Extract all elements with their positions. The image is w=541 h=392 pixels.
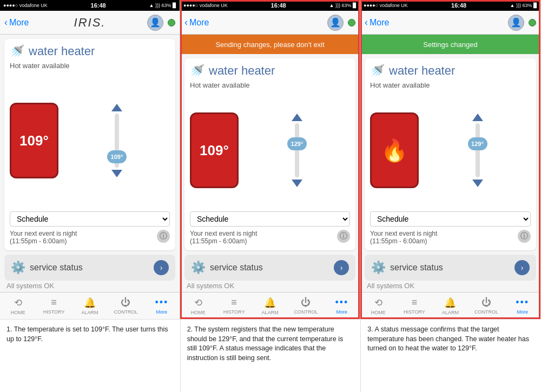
tab-home[interactable]: ⟲ HOME [0,293,36,319]
tab-icon-alarm: 🔔 [84,297,96,309]
slider-thumb[interactable]: 129° [287,137,307,150]
temp-down-arrow[interactable] [292,180,302,187]
back-button[interactable]: ‹ More [365,17,389,28]
service-status-sub: All systems OK [365,282,536,290]
temperature-slider[interactable]: 129° [244,114,350,187]
service-status-label: service status [210,263,329,273]
carrier-text: ●●●●○ vodafone UK [183,3,228,8]
screens-container: ●●●●○ vodafone UK 16:48 ▲ ))) 63% ▉ ‹ Mo… [0,0,541,319]
tab-label-more: More [156,309,168,315]
info-button[interactable]: ⓘ [518,230,531,243]
avatar[interactable]: 👤 [508,15,524,31]
carrier-text: ●●●●○ vodafone UK [364,3,408,8]
tab-control[interactable]: ⏻ CONTROL [288,293,324,319]
tab-icon-more: ••• [516,297,529,308]
next-event: Your next event is night(11:55pm - 6:00a… [190,230,350,245]
service-status-section: ⚙️ service status › All systems OK [180,255,360,292]
tab-bar: ⟲ HOME ≡ HISTORY 🔔 ALARM ⏻ CONTROL ••• M… [0,292,180,319]
heater-tank: 109° [10,103,58,178]
info-button[interactable]: ⓘ [337,230,350,243]
status-banner: Sending changes, please don't exit [180,35,360,54]
avatar[interactable]: 👤 [327,15,344,31]
faucet-icon: 🚿 [370,64,385,78]
current-temp: 109° [200,142,229,159]
service-status-chevron[interactable]: › [154,260,169,275]
tab-icon-control: ⏻ [301,297,311,308]
device-status: Hot water available [370,81,531,89]
battery-text: ▲ ))) 63% ▉ [329,3,357,8]
service-status-section: ⚙️ service status › All systems OK [360,255,540,292]
tab-label-more: More [337,309,348,315]
tab-more[interactable]: ••• More [324,293,360,319]
temperature-slider[interactable]: 129° [424,114,531,187]
next-event-text: Your next event is night(11:55pm - 6:00a… [10,230,155,245]
temp-up-arrow[interactable] [292,114,302,121]
tab-label-history: HISTORY [43,309,65,315]
back-label: More [189,18,209,28]
schedule-row: Schedule [190,211,350,227]
back-label: More [370,18,389,28]
nav-icons: 👤 [147,15,175,31]
slider-track: 109° [115,114,119,168]
slider-thumb[interactable]: 109° [107,150,127,163]
tab-alarm[interactable]: 🔔 ALARM [252,293,288,319]
next-event-text: Your next event is night(11:55pm - 6:00a… [370,230,516,245]
tab-label-alarm: ALARM [82,310,98,315]
tab-home[interactable]: ⟲ HOME [360,293,397,319]
tab-icon-control: ⏻ [121,297,130,308]
tab-more[interactable]: ••• More [504,293,540,319]
heater-tank: 109° [190,112,239,188]
tab-icon-alarm: 🔔 [264,297,276,309]
avatar[interactable]: 👤 [147,15,163,31]
tab-label-history: HISTORY [404,309,425,315]
tab-more[interactable]: ••• More [144,293,180,319]
info-button[interactable]: ⓘ [157,230,170,243]
temp-up-arrow[interactable] [472,114,483,121]
device-title: water heater [389,64,455,78]
tab-history[interactable]: ≡ HISTORY [397,293,433,319]
tab-history[interactable]: ≡ HISTORY [216,293,252,319]
service-status-label: service status [30,263,149,273]
tab-icon-more: ••• [155,297,168,308]
slider-thumb[interactable]: 129° [468,137,487,150]
tab-label-history: HISTORY [223,309,245,315]
status-bar: ●●●●○ vodafone UK 16:48 ▲ ))) 63% ▉ [0,0,180,11]
schedule-select[interactable]: Schedule [370,211,531,227]
status-bar: ●●●●○ vodafone UK 16:48 ▲ ))) 63% ▉ [180,0,360,11]
temp-down-arrow[interactable] [472,180,483,187]
tab-control[interactable]: ⏻ CONTROL [469,293,505,319]
temp-down-arrow[interactable] [111,170,122,177]
slider-track: 129° [476,123,480,177]
service-status-chevron[interactable]: › [334,260,349,275]
temp-up-arrow[interactable] [111,104,122,111]
device-status: Hot water available [10,62,170,70]
schedule-select[interactable]: Schedule [190,211,350,227]
tab-control[interactable]: ⏻ CONTROL [108,293,143,319]
nav-icons: 👤 [508,15,536,31]
tab-icon-history: ≡ [412,297,418,308]
schedule-select[interactable]: Schedule [10,211,170,227]
chevron-left-icon: ‹ [365,17,368,28]
back-button[interactable]: ‹ More [184,17,209,28]
tab-alarm[interactable]: 🔔 ALARM [72,293,108,319]
tab-bar: ⟲ HOME ≡ HISTORY 🔔 ALARM ⏻ CONTROL ••• M… [360,292,540,319]
service-status-label: service status [390,263,510,273]
tab-icon-alarm: 🔔 [444,297,456,309]
tab-icon-control: ⏻ [481,297,491,308]
tab-label-control: CONTROL [294,309,318,315]
schedule-row: Schedule [10,211,170,227]
temperature-slider[interactable]: 109° [64,104,170,177]
tab-home[interactable]: ⟲ HOME [180,293,216,319]
service-status-chevron[interactable]: › [514,260,530,275]
service-status-sub: All systems OK [184,282,355,290]
back-button[interactable]: ‹ More [4,17,29,28]
tab-label-more: More [517,309,528,315]
tab-label-control: CONTROL [474,309,498,315]
battery-text: ▲ ))) 63% ▉ [510,3,537,8]
tab-history[interactable]: ≡ HISTORY [36,293,71,319]
status-dot [348,19,355,26]
gear-icon: ⚙️ [191,261,206,275]
tab-alarm[interactable]: 🔔 ALARM [432,293,469,319]
nav-bar: ‹ More IRIS. 👤 [0,11,180,35]
tab-label-alarm: ALARM [262,310,279,315]
